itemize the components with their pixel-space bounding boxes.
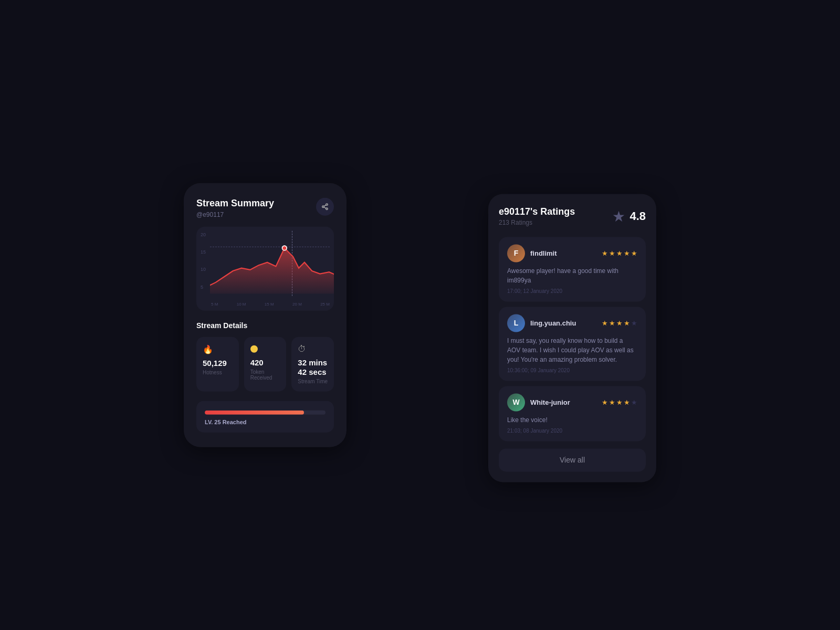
stat-card-hotness: 🔥 50,129 Hotness: [196, 337, 239, 391]
chart-container: 20 15 10 5 5 M 10 M: [196, 226, 334, 310]
left-phone-card: Stream Summary @e90117 20 15 10 5: [184, 183, 346, 447]
review-header-2: L ling.yuan.chiu ★ ★ ★ ★ ★: [507, 314, 637, 332]
level-label: LV. 25 Reached: [205, 418, 326, 425]
reviewer-avatar-2: L: [507, 314, 525, 332]
stream-time-value: 32 mins 42 secs: [298, 358, 328, 376]
stream-details-title: Stream Details: [196, 321, 334, 329]
score-number: 4.8: [629, 209, 646, 223]
review-card-2: L ling.yuan.chiu ★ ★ ★ ★ ★ I must say, y…: [499, 307, 646, 381]
stream-summary-title: Stream Summary: [196, 198, 274, 209]
level-bar-container: LV. 25 Reached: [196, 401, 334, 432]
scene: Stream Summary @e90117 20 15 10 5: [184, 79, 656, 551]
review-text-1: Awesome player! have a good time with im…: [507, 266, 637, 285]
ratings-card: e90117's Ratings 213 Ratings ★ 4.8 F fin…: [488, 194, 656, 482]
stream-username: @e90117: [196, 211, 274, 218]
review-card-3: W White-junior ★ ★ ★ ★ ★ Like the voice!…: [499, 386, 646, 441]
timer-icon: ⏱: [298, 344, 328, 353]
svg-line-4: [324, 205, 326, 206]
phone-title-group: Stream Summary @e90117: [196, 198, 274, 218]
ratings-header: e90117's Ratings 213 Ratings ★ 4.8: [499, 206, 646, 226]
reviewer-avatar-3: W: [507, 393, 525, 411]
chart-y-labels: 20 15 10 5: [201, 232, 206, 289]
stream-time-label: Stream Time: [298, 378, 328, 384]
level-bar-fill: [205, 410, 304, 414]
chart-svg: [210, 230, 334, 293]
review-header-1: F findlimit ★ ★ ★ ★ ★: [507, 244, 637, 262]
ratings-title: e90117's Ratings: [499, 206, 575, 217]
reviewer-info-2: L ling.yuan.chiu: [507, 314, 576, 332]
token-value: 420: [250, 358, 280, 367]
review-date-2: 10:36:00; 09 January 2020: [507, 368, 637, 373]
review-date-3: 21:03; 08 January 2020: [507, 428, 637, 434]
hotness-value: 50,129: [203, 358, 233, 368]
stats-row: 🔥 50,129 Hotness 420 Token Received ⏱ 32…: [196, 337, 334, 391]
stars-2: ★ ★ ★ ★ ★: [602, 319, 637, 327]
chart-x-labels: 5 M 10 M 15 M 20 M 25 M: [211, 301, 330, 306]
stars-3: ★ ★ ★ ★ ★: [602, 398, 637, 406]
star-icon-large: ★: [612, 208, 625, 225]
ratings-score: ★ 4.8: [612, 208, 646, 225]
stars-1: ★ ★ ★ ★ ★: [602, 249, 637, 257]
stat-card-time: ⏱ 32 mins 42 secs Stream Time: [291, 337, 334, 391]
svg-line-3: [324, 207, 326, 208]
svg-point-5: [282, 246, 287, 250]
level-bar-track: [205, 410, 326, 414]
fire-icon: 🔥: [203, 344, 233, 354]
reviewer-name-3: White-junior: [530, 398, 570, 406]
review-header-3: W White-junior ★ ★ ★ ★ ★: [507, 393, 637, 411]
stat-card-token: 420 Token Received: [244, 337, 287, 391]
ratings-count: 213 Ratings: [499, 219, 575, 226]
ratings-title-group: e90117's Ratings 213 Ratings: [499, 206, 575, 226]
hotness-label: Hotness: [203, 369, 233, 375]
token-icon: [250, 344, 280, 353]
phone-header: Stream Summary @e90117: [196, 198, 334, 218]
review-text-2: I must say, you really know how to build…: [507, 336, 637, 364]
review-text-3: Like the voice!: [507, 415, 637, 425]
review-date-1: 17:00; 12 January 2020: [507, 288, 637, 294]
reviewer-name-1: findlimit: [530, 249, 557, 257]
reviewer-info-1: F findlimit: [507, 244, 557, 262]
reviewer-avatar-1: F: [507, 244, 525, 262]
share-button[interactable]: [316, 198, 334, 216]
view-all-button[interactable]: View all: [499, 448, 646, 471]
review-card-1: F findlimit ★ ★ ★ ★ ★ Awesome player! ha…: [499, 237, 646, 301]
reviewer-info-3: W White-junior: [507, 393, 570, 411]
reviewer-name-2: ling.yuan.chiu: [530, 319, 576, 327]
token-label: Token Received: [250, 369, 280, 380]
